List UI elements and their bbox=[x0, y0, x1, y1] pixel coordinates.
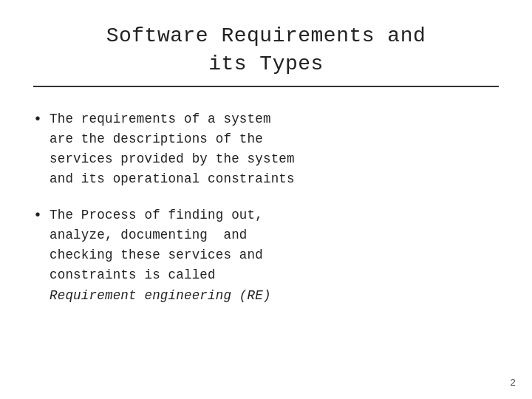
slide: Software Requirements and its Types • Th… bbox=[0, 0, 532, 399]
italic-text: Requirement engineering (RE) bbox=[50, 288, 271, 303]
content-section: • The requirements of a systemare the de… bbox=[33, 109, 499, 384]
bullet-dot-2: • bbox=[33, 207, 42, 224]
title-line2: its Types bbox=[208, 52, 324, 75]
slide-number: 2 bbox=[510, 378, 516, 389]
bullet-text-1: The requirements of a systemare the desc… bbox=[50, 109, 295, 190]
bullet-item-2: • The Process of finding out,analyze, do… bbox=[33, 205, 499, 306]
bullet-item-1: • The requirements of a systemare the de… bbox=[33, 109, 499, 190]
slide-title: Software Requirements and its Types bbox=[33, 22, 499, 78]
title-section: Software Requirements and its Types bbox=[33, 22, 499, 87]
bullet-dot-1: • bbox=[33, 111, 42, 128]
bullet-text-2: The Process of finding out,analyze, docu… bbox=[50, 205, 271, 306]
title-line1: Software Requirements and bbox=[106, 24, 426, 47]
